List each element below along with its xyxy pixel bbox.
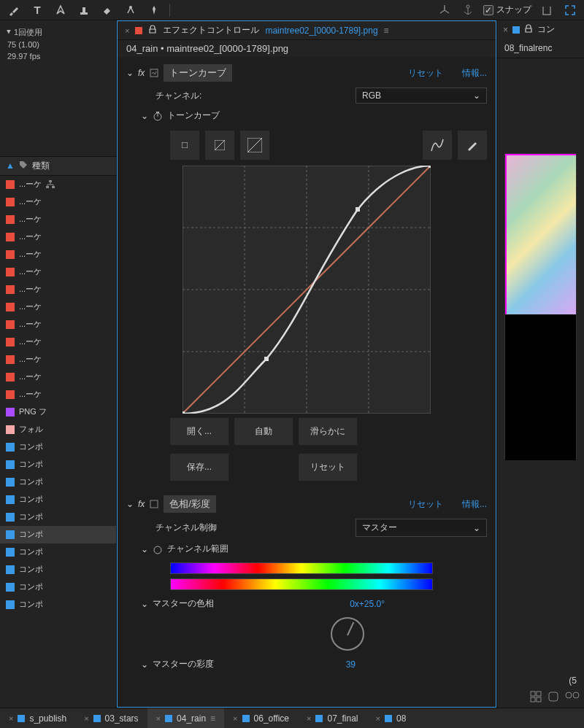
right-breadcrumb[interactable]: 08_finalrenc (497, 39, 584, 58)
panel-menu-icon[interactable]: ≡ (384, 26, 389, 36)
list-item[interactable]: コンポ (0, 561, 116, 578)
tab-menu-icon[interactable]: ≡ (210, 713, 215, 724)
list-item[interactable]: ...ーケ (0, 386, 116, 403)
magnet-icon[interactable] (539, 2, 555, 18)
list-item[interactable]: コンポ (0, 526, 116, 543)
fx-icon[interactable]: fx (138, 499, 145, 509)
open-button[interactable]: 開く... (170, 418, 228, 445)
stamp-icon[interactable] (76, 2, 92, 18)
list-item[interactable]: コンポ (0, 438, 116, 456)
curve-pencil-button[interactable] (458, 131, 487, 160)
list-item[interactable]: ...ーケ (0, 246, 116, 263)
timeline-tab[interactable]: × s_publish (0, 708, 75, 728)
list-item[interactable]: コンポ (0, 578, 116, 596)
list-item[interactable]: ...ーケ (0, 211, 116, 228)
stopwatch-icon[interactable] (153, 544, 163, 554)
curve-size-med[interactable] (205, 131, 234, 160)
type-column-header[interactable]: 種類 (32, 160, 50, 172)
close-icon[interactable]: × (84, 714, 88, 723)
axis-icon[interactable] (437, 2, 453, 18)
composition-preview[interactable] (504, 153, 577, 460)
timeline-tab[interactable]: × 04_rain ≡ (147, 708, 224, 728)
list-item[interactable]: ...ーケ (0, 176, 116, 193)
brush-icon[interactable] (6, 2, 22, 18)
collapse-caret[interactable]: ⌄ (141, 544, 148, 554)
curve-size-small[interactable] (170, 131, 199, 160)
hue-dial[interactable] (331, 617, 364, 651)
clone-icon[interactable] (123, 2, 139, 18)
collapse-caret[interactable]: ⌄ (141, 111, 148, 121)
curve-bezier-button[interactable] (423, 131, 452, 160)
timeline-tab[interactable]: × 07_final (298, 708, 366, 728)
list-item[interactable]: フォル (0, 421, 116, 438)
list-item[interactable]: PNG フ (0, 403, 116, 421)
pen-icon[interactable] (53, 2, 69, 18)
tag-icon[interactable] (19, 160, 28, 171)
sort-icon[interactable]: ▲ (6, 160, 15, 171)
list-item[interactable]: ...ーケ (0, 263, 116, 281)
close-icon[interactable]: × (9, 714, 13, 723)
smooth-button[interactable]: 滑らかに (299, 418, 357, 445)
curve-size-large[interactable] (240, 131, 269, 160)
list-item[interactable]: ...ーケ (0, 281, 116, 298)
collapse-caret[interactable]: ⌄ (126, 68, 134, 78)
close-icon[interactable]: × (376, 714, 380, 723)
list-item[interactable]: コンポ (0, 456, 116, 473)
list-item[interactable]: ...ーケ (0, 193, 116, 211)
list-item[interactable]: コンポ (0, 543, 116, 561)
list-item[interactable]: ...ーケ (0, 298, 116, 316)
hue-gradient-lower[interactable] (170, 578, 433, 590)
info-link[interactable]: 情報... (462, 498, 487, 511)
pin-icon[interactable] (146, 2, 162, 18)
collapse-caret[interactable]: ⌄ (141, 659, 148, 670)
timeline-tab[interactable]: × 08 (367, 708, 415, 728)
list-item[interactable]: コンポ (0, 508, 116, 526)
stopwatch-icon[interactable] (153, 111, 163, 121)
list-item[interactable]: コンポ (0, 596, 116, 613)
list-item[interactable]: ...ーケ (0, 368, 116, 386)
preset-icon[interactable] (149, 68, 159, 78)
info-link[interactable]: 情報... (462, 67, 487, 80)
close-icon[interactable]: × (233, 714, 237, 723)
reset-link[interactable]: リセット (408, 67, 443, 80)
grid-icon[interactable] (530, 691, 542, 705)
fx-icon[interactable]: fx (138, 68, 145, 78)
channel-control-select[interactable]: マスター ⌄ (356, 519, 487, 537)
close-tab-button[interactable]: × (503, 25, 508, 35)
list-item[interactable]: ...ーケ (0, 228, 116, 246)
curve-graph[interactable] (182, 166, 431, 414)
timeline-tab[interactable]: × 03_stars (75, 708, 147, 728)
close-icon[interactable]: × (156, 714, 161, 723)
mask-icon[interactable] (548, 691, 559, 705)
preset-icon[interactable] (149, 499, 159, 509)
timeline-tab[interactable]: × 06_office (224, 708, 298, 728)
anchor-icon[interactable] (460, 2, 476, 18)
text-icon[interactable]: T (29, 2, 45, 18)
save-button[interactable]: 保存... (170, 454, 228, 481)
auto-button[interactable]: 自動 (234, 418, 293, 445)
master-sat-value[interactable]: 39 (346, 659, 356, 670)
hue-gradient-upper[interactable] (170, 562, 433, 574)
lock-icon[interactable] (148, 25, 157, 36)
channel-select[interactable]: RGB ⌄ (356, 88, 487, 104)
collapse-caret[interactable]: ⌄ (126, 499, 134, 509)
effect-name-curves[interactable]: トーンカーブ (164, 64, 232, 82)
list-item[interactable]: コンポ (0, 473, 116, 491)
list-item[interactable]: ...ーケ (0, 351, 116, 368)
effect-name-hue[interactable]: 色相/彩度 (164, 495, 216, 513)
snap-checkbox[interactable]: ✓ スナップ (483, 4, 531, 16)
reset-link[interactable]: リセット (408, 498, 443, 511)
list-item[interactable]: コンポ (0, 491, 116, 508)
project-list-header[interactable]: ▲ 種類 (0, 156, 116, 176)
reset-button[interactable]: リセット (299, 454, 357, 481)
list-item[interactable]: ...ーケ (0, 333, 116, 351)
fullscreen-icon[interactable] (562, 2, 578, 18)
close-tab-button[interactable]: × (125, 26, 129, 35)
camera-icon[interactable] (565, 691, 580, 705)
lock-icon[interactable] (524, 24, 533, 35)
eraser-icon[interactable] (99, 2, 115, 18)
collapse-caret[interactable]: ⌄ (141, 599, 148, 609)
list-item[interactable]: ...ーケ (0, 316, 116, 333)
close-icon[interactable]: × (307, 714, 311, 723)
master-hue-value[interactable]: 0x+25.0° (350, 599, 385, 609)
